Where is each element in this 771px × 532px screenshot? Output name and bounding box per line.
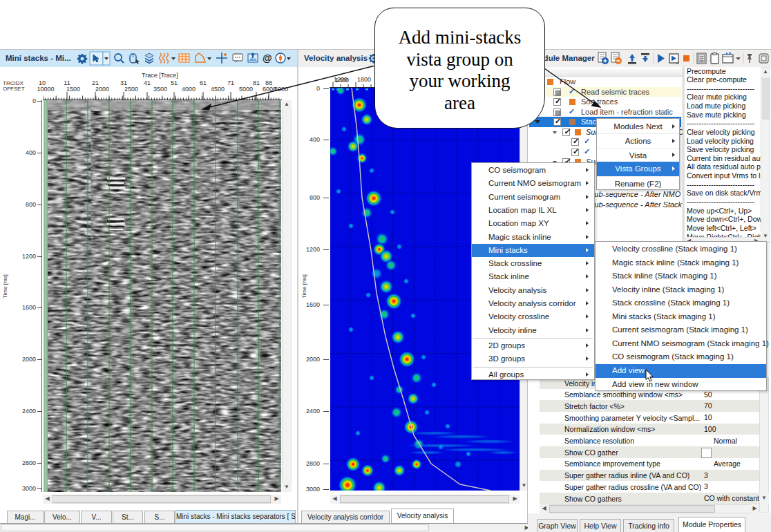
svg-text:@: @ xyxy=(263,53,272,64)
